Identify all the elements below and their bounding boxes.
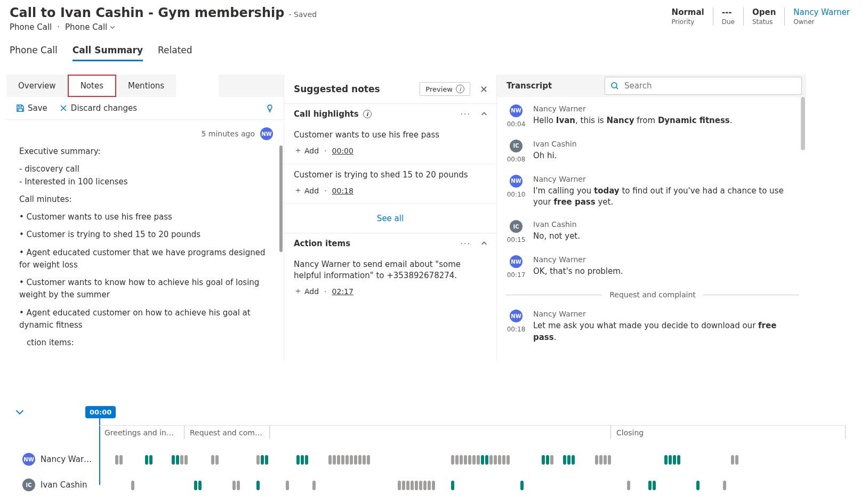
waveform-tick xyxy=(563,455,566,465)
search-icon xyxy=(610,82,619,90)
tab-related[interactable]: Related xyxy=(158,45,192,61)
notes-scrollbar[interactable] xyxy=(279,145,283,252)
notes-line: Call minutes: xyxy=(19,193,271,206)
tab-call-summary[interactable]: Call Summary xyxy=(73,45,143,61)
speaker-track[interactable] xyxy=(99,453,855,466)
waveform-tick xyxy=(341,455,344,465)
subtab-mentions[interactable]: Mentions xyxy=(116,75,176,97)
info-icon[interactable]: i xyxy=(363,110,372,118)
transcript-row[interactable]: IC00:08 Ivan CashinOh hi. xyxy=(507,140,799,163)
subtab-overview[interactable]: Overview xyxy=(6,75,68,97)
action-item-text: Nancy Warner to send email about "some h… xyxy=(294,259,487,281)
transcript-time: 00:18 xyxy=(507,326,526,333)
highlight-text: Customer is trying to shed 15 to 20 poun… xyxy=(294,169,487,181)
add-highlight-button[interactable]: ＋Add xyxy=(294,145,319,156)
meta-value: Normal xyxy=(672,7,704,17)
notes-author-avatar: NW xyxy=(260,127,273,140)
waveform-tick xyxy=(464,455,467,465)
collapse-icon[interactable] xyxy=(480,240,488,247)
playhead-time: 00:00 xyxy=(85,406,116,418)
transcript-row[interactable]: NW00:18 Nancy WarnerLet me ask you what … xyxy=(507,310,799,344)
tab-phone-call[interactable]: Phone Call xyxy=(10,45,58,61)
meta-value: Nancy Warner xyxy=(793,7,850,17)
add-highlight-button[interactable]: ＋Add xyxy=(294,185,319,196)
waveform-tick xyxy=(494,455,497,465)
waveform-tick xyxy=(398,481,401,490)
waveform-tick xyxy=(328,455,332,465)
close-panel-button[interactable]: ✕ xyxy=(480,84,488,95)
waveform-tick xyxy=(358,455,361,465)
collapse-icon[interactable] xyxy=(480,110,488,118)
save-icon xyxy=(16,104,25,112)
timeline-segment[interactable]: Greetings and in… xyxy=(99,425,184,439)
discard-button[interactable]: Discard changes xyxy=(59,103,137,113)
save-button[interactable]: Save xyxy=(16,103,47,113)
speaker-name: Nancy War… xyxy=(41,455,92,464)
header-meta-item[interactable]: Nancy WarnerOwner xyxy=(785,7,858,26)
waveform-tick xyxy=(673,455,676,465)
waveform-tick xyxy=(468,455,471,465)
waveform-tick xyxy=(145,455,148,465)
waveform-tick xyxy=(489,455,493,465)
waveform-tick xyxy=(653,481,656,490)
more-menu[interactable]: ··· xyxy=(461,239,471,248)
waveform-tick xyxy=(731,455,734,465)
waveform-tick xyxy=(350,455,353,465)
transcript-row[interactable]: NW00:10 Nancy WarnerI'm calling you toda… xyxy=(507,175,799,209)
see-all-link[interactable]: See all xyxy=(284,204,496,233)
header-meta-item: OpenStatus xyxy=(744,7,785,26)
search-input[interactable] xyxy=(624,81,796,91)
meta-label: Owner xyxy=(793,18,850,26)
transcript-row[interactable]: NW00:17 Nancy WarnerOK, that's no proble… xyxy=(507,255,799,279)
info-icon: i xyxy=(456,85,464,93)
timeline-segment[interactable]: Request and com… xyxy=(184,425,270,439)
save-status: - Saved xyxy=(288,10,317,19)
call-highlights-title: Call highlights xyxy=(294,109,359,119)
main-tabs: Phone Call Call Summary Related xyxy=(0,34,868,62)
subtab-notes[interactable]: Notes xyxy=(68,75,116,97)
lightbulb-icon[interactable] xyxy=(266,104,274,112)
timeline-collapse[interactable] xyxy=(14,406,26,419)
waveform-tick xyxy=(550,455,553,465)
header-meta-item: ---Due xyxy=(713,7,744,26)
speaker-name: Nancy Warner xyxy=(533,175,799,183)
form-selector[interactable]: Phone Call xyxy=(65,22,116,32)
waveform-tick xyxy=(354,455,357,465)
waveform-tick xyxy=(296,455,300,465)
transcript-scrollbar[interactable] xyxy=(801,97,805,150)
timestamp-link[interactable]: 00:00 xyxy=(332,147,353,155)
notes-updated: 5 minutes ago xyxy=(201,129,255,138)
transcript-search[interactable] xyxy=(605,77,802,95)
waveform-tick xyxy=(723,481,726,490)
transcript-time: 00:17 xyxy=(507,271,526,279)
add-action-button[interactable]: ＋Add xyxy=(294,286,319,297)
transcript-text: Oh hi. xyxy=(533,150,799,162)
preview-button[interactable]: Preview i xyxy=(420,82,470,96)
notes-editor[interactable]: Executive summary: - discovery call- Int… xyxy=(6,145,284,348)
timestamp-link[interactable]: 00:18 xyxy=(332,186,353,195)
suggested-notes-title: Suggested notes xyxy=(294,84,380,94)
more-menu[interactable]: ··· xyxy=(461,110,471,118)
waveform-tick xyxy=(337,455,340,465)
waveform-tick xyxy=(119,455,123,465)
timeline-segment[interactable]: Closing xyxy=(611,425,846,439)
waveform-tick xyxy=(498,455,501,465)
waveform-tick xyxy=(261,455,264,465)
subtab-blank xyxy=(176,75,219,97)
transcript-row[interactable]: IC00:15 Ivan CashinNo, not yet. xyxy=(507,220,799,244)
transcript-row[interactable]: NW00:04 Nancy WarnerHello Ivan, this is … xyxy=(507,104,799,128)
waveform-tick xyxy=(599,455,602,465)
call-timeline: 00:00 Greetings and in…Request and com…C… xyxy=(6,406,862,497)
speaker-avatar: NW xyxy=(510,175,523,188)
transcript-text: No, not yet. xyxy=(533,231,799,242)
timestamp-link[interactable]: 02:17 xyxy=(332,287,353,296)
waveform-tick xyxy=(265,455,268,465)
waveform-tick xyxy=(472,455,476,465)
notes-line: ction items: xyxy=(19,337,271,348)
timeline-segment[interactable] xyxy=(270,425,611,439)
speaker-track[interactable] xyxy=(99,478,855,491)
waveform-tick xyxy=(485,455,488,465)
suggested-notes-panel: Suggested notes Preview i ✕ Call highlig… xyxy=(284,75,497,360)
waveform-tick xyxy=(572,455,575,465)
waveform-tick xyxy=(237,481,240,490)
